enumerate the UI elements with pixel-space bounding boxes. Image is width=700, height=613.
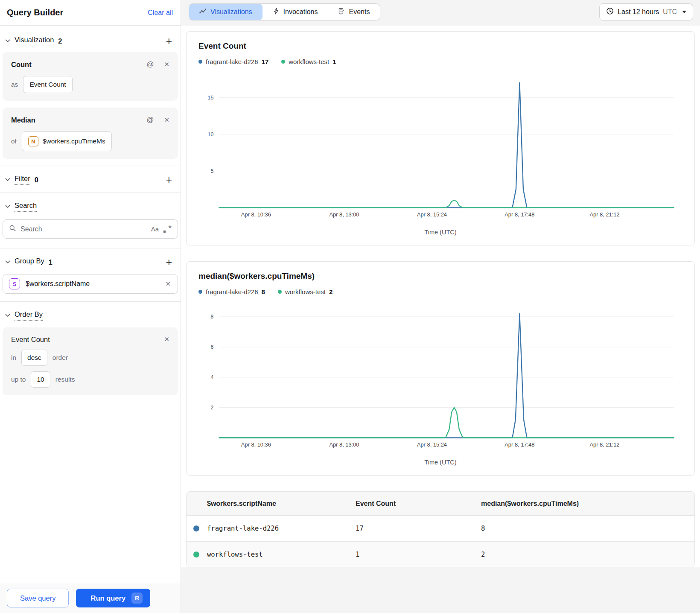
- result-limit-field[interactable]: 10: [31, 371, 50, 388]
- clock-icon: [606, 7, 614, 17]
- bottom-strip: [181, 567, 700, 613]
- clear-all-button[interactable]: Clear all: [148, 9, 173, 17]
- legend-item-workflows-test[interactable]: workflows-test 1: [281, 58, 336, 65]
- regex-icon[interactable]: *: [163, 225, 172, 234]
- event-count-chart-card: Event Count fragrant-lake-d226 17 workfl…: [186, 31, 695, 245]
- group-by-item[interactable]: S $workers.scriptName ✕: [3, 274, 178, 294]
- chevron-down-icon: [5, 314, 10, 317]
- chart-legend: fragrant-lake-d226 8 workflows-test 2: [198, 288, 682, 295]
- sidebar-footer: Save query Run query R: [0, 583, 181, 613]
- chevron-down-icon: [5, 205, 10, 208]
- script-name-cell: fragrant-lake-d226: [207, 525, 356, 532]
- x-axis-title: Time (UTC): [198, 455, 682, 470]
- query-builder-sidebar: Query Builder Clear all Visualization 2 …: [0, 0, 181, 613]
- group-by-field-value: $workers.scriptName: [26, 280, 158, 288]
- event-count-line-chart: 51015Apr 8, 10:36Apr 8, 13:00Apr 8, 15:2…: [198, 69, 685, 225]
- svg-text:4: 4: [210, 374, 213, 380]
- sort-direction-selector[interactable]: desc: [21, 350, 47, 366]
- count-alias-field[interactable]: Event Count: [23, 76, 72, 93]
- sidebar-header: Query Builder Clear all: [0, 0, 181, 26]
- median-cputime-line-chart: 2468Apr 8, 10:36Apr 8, 13:00Apr 8, 15:24…: [198, 299, 685, 455]
- tab-events[interactable]: Events: [328, 4, 380, 20]
- x-axis-title: Time (UTC): [198, 225, 682, 240]
- divider: [0, 193, 181, 193]
- svg-text:6: 6: [210, 344, 213, 350]
- series-dot-icon: [278, 290, 282, 294]
- section-header-group-by[interactable]: Group By 1 +: [0, 251, 181, 272]
- results-label: results: [55, 376, 75, 383]
- divider: [0, 301, 181, 302]
- chevron-down-icon: [5, 178, 10, 181]
- svg-text:Apr 8, 15:24: Apr 8, 15:24: [417, 441, 447, 448]
- svg-text:8: 8: [210, 314, 213, 320]
- add-filter-button[interactable]: +: [164, 176, 174, 184]
- search-input[interactable]: [20, 225, 147, 233]
- as-label: as: [11, 81, 18, 88]
- svg-text:Apr 8, 17:48: Apr 8, 17:48: [505, 441, 534, 448]
- table-row: workflows-test 1 2: [187, 541, 694, 567]
- string-field-icon: S: [9, 278, 20, 289]
- svg-text:Apr 8, 21:12: Apr 8, 21:12: [589, 441, 619, 448]
- svg-text:5: 5: [210, 168, 213, 174]
- section-header-filter[interactable]: Filter 0 +: [0, 169, 181, 190]
- match-case-icon[interactable]: Aa: [151, 225, 159, 233]
- tab-label: Invocations: [283, 8, 318, 16]
- median-cell: 8: [481, 525, 694, 532]
- close-icon[interactable]: ✕: [162, 115, 171, 125]
- svg-text:Apr 8, 10:36: Apr 8, 10:36: [241, 441, 271, 448]
- in-label: in: [11, 354, 16, 362]
- series-dot-icon: [198, 290, 202, 294]
- section-header-visualization[interactable]: Visualization 2 +: [0, 30, 181, 51]
- tab-invocations[interactable]: Invocations: [262, 4, 328, 20]
- view-tabs: Visualizations Invocations: [189, 3, 380, 20]
- section-header-order-by[interactable]: Order By: [0, 304, 181, 326]
- chart-title: median($workers.cpuTimeMs): [198, 271, 682, 281]
- filter-count: 0: [35, 176, 38, 184]
- column-header-event-count: Event Count: [356, 500, 481, 508]
- number-field-icon: N: [28, 136, 38, 146]
- keyboard-shortcut-badge: R: [131, 593, 143, 604]
- chart-title: Event Count: [198, 41, 682, 51]
- svg-text:Apr 8, 10:36: Apr 8, 10:36: [241, 211, 271, 218]
- run-query-button[interactable]: Run query R: [76, 589, 150, 607]
- main-panel: Visualizations Invocations: [181, 0, 700, 613]
- mention-icon[interactable]: @: [145, 115, 155, 125]
- median-field-selector[interactable]: N $workers.cpuTimeMs: [22, 131, 112, 151]
- close-icon[interactable]: ✕: [162, 335, 171, 344]
- table-header-row: $workers.scriptName Event Count median($…: [187, 492, 694, 516]
- series-dot-icon: [281, 60, 285, 64]
- main-content: Event Count fragrant-lake-d226 17 workfl…: [181, 26, 700, 613]
- add-visualization-button[interactable]: +: [164, 37, 174, 45]
- chart-legend: fragrant-lake-d226 17 workflows-test 1: [198, 58, 682, 65]
- svg-text:Apr 8, 15:24: Apr 8, 15:24: [417, 211, 447, 218]
- save-query-button[interactable]: Save query: [7, 589, 69, 607]
- median-cputime-chart-card: median($workers.cpuTimeMs) fragrant-lake…: [186, 261, 695, 476]
- add-group-by-button[interactable]: +: [164, 258, 174, 266]
- section-header-search[interactable]: Search: [0, 196, 181, 217]
- legend-item-fragrant-lake[interactable]: fragrant-lake-d226 8: [198, 288, 265, 295]
- close-icon[interactable]: ✕: [163, 279, 172, 289]
- search-label: Search: [15, 201, 37, 212]
- tab-visualizations[interactable]: Visualizations: [189, 4, 262, 20]
- time-zone-label: UTC: [663, 8, 677, 16]
- order-by-label: Order By: [15, 310, 43, 321]
- divider: [0, 248, 181, 248]
- legend-item-fragrant-lake[interactable]: fragrant-lake-d226 17: [198, 58, 268, 65]
- of-label: of: [11, 137, 17, 145]
- search-box: Aa *: [3, 219, 178, 239]
- legend-item-workflows-test[interactable]: workflows-test 2: [278, 288, 332, 295]
- order-by-field: Event Count: [11, 336, 50, 344]
- events-icon: [338, 8, 345, 16]
- close-icon[interactable]: ✕: [162, 60, 171, 69]
- divider: [0, 166, 181, 166]
- time-range-selector[interactable]: Last 12 hours UTC: [599, 3, 693, 20]
- lightning-icon: [273, 8, 280, 16]
- column-header-median: median($workers.cpuTimeMs): [481, 500, 694, 508]
- up-to-label: up to: [11, 376, 26, 383]
- mention-icon[interactable]: @: [145, 59, 155, 70]
- chevron-down-icon: [5, 260, 10, 264]
- series-dot-icon: [193, 525, 199, 531]
- filter-label: Filter: [15, 175, 30, 185]
- column-header-script-name: $workers.scriptName: [207, 500, 356, 508]
- median-field-value: $workers.cpuTimeMs: [43, 137, 105, 145]
